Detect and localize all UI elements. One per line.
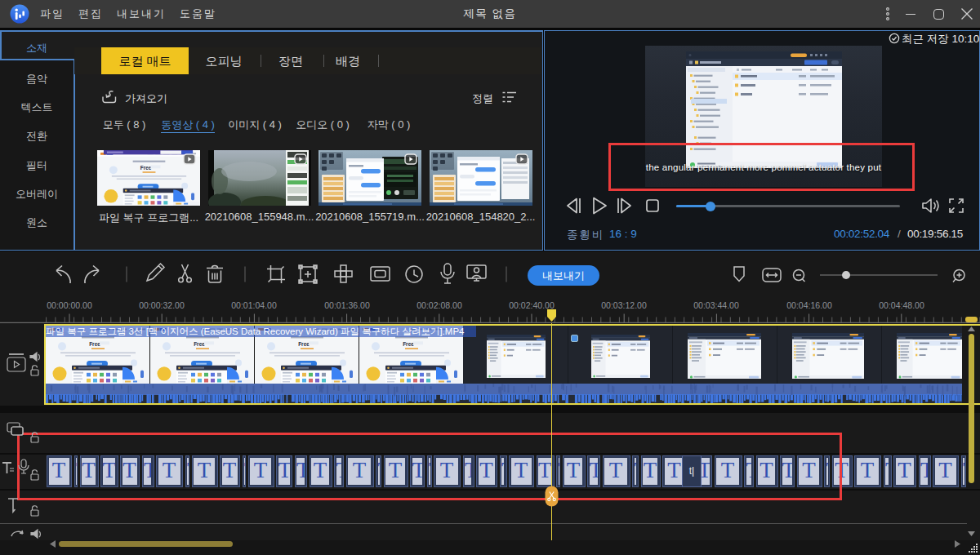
svg-text:Free: Free: [140, 165, 152, 171]
